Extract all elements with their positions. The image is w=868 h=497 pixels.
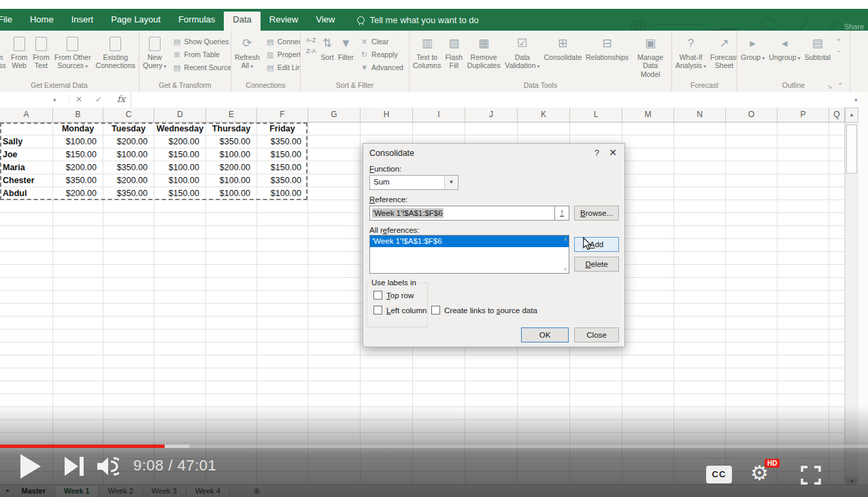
grid-cell[interactable] xyxy=(570,123,622,135)
grid-cell[interactable] xyxy=(674,355,726,368)
grid-cell[interactable] xyxy=(674,200,726,213)
grid-cell[interactable] xyxy=(308,278,361,291)
grid-cell[interactable]: Monday xyxy=(53,123,103,135)
grid-cell[interactable] xyxy=(154,407,206,420)
grid-cell[interactable] xyxy=(103,239,154,252)
grid-cell[interactable] xyxy=(622,368,674,381)
grid-cell[interactable] xyxy=(829,226,845,239)
grid-cell[interactable] xyxy=(518,355,570,368)
grid-cell[interactable] xyxy=(308,161,361,174)
grid-cell[interactable] xyxy=(778,148,829,161)
insert-function-icon[interactable]: fx xyxy=(117,94,125,104)
grid-cell[interactable] xyxy=(53,355,103,368)
grid-cell[interactable] xyxy=(103,342,154,355)
ribbon-button-new-query[interactable]: New Query▾ xyxy=(141,33,169,71)
grid-cell[interactable] xyxy=(206,239,257,252)
grid-cell[interactable] xyxy=(103,252,154,265)
grid-cell[interactable] xyxy=(622,342,674,355)
grid-cell[interactable] xyxy=(518,394,570,407)
grid-cell[interactable] xyxy=(206,304,257,317)
grid-cell[interactable] xyxy=(53,278,103,291)
grid-cell[interactable] xyxy=(726,123,778,135)
video-progress-bar[interactable] xyxy=(0,445,868,448)
grid-cell[interactable]: $100.00 xyxy=(53,135,103,148)
grid-cell[interactable]: Sally xyxy=(0,135,53,148)
column-header-a[interactable]: A xyxy=(0,108,53,123)
grid-cell[interactable] xyxy=(622,472,674,485)
sheet-tab-week-4[interactable]: Week 4 xyxy=(186,485,230,497)
grid-cell[interactable] xyxy=(257,420,308,433)
grid-cell[interactable] xyxy=(778,304,829,317)
grid-cell[interactable] xyxy=(726,368,778,381)
grid-cell[interactable] xyxy=(726,174,778,187)
grid-cell[interactable]: $350.00 xyxy=(103,161,154,174)
grid-cell[interactable] xyxy=(622,187,674,200)
grid-cell[interactable] xyxy=(413,407,465,420)
grid-cell[interactable] xyxy=(570,472,622,485)
grid-cell[interactable] xyxy=(0,420,53,433)
grid-cell[interactable] xyxy=(622,265,674,278)
grid-cell[interactable] xyxy=(726,342,778,355)
grid-cell[interactable] xyxy=(570,368,622,381)
ribbon-button-edit-links[interactable]: ▤Edit Links xyxy=(266,62,301,73)
grid-cell[interactable] xyxy=(257,226,308,239)
grid-cell[interactable] xyxy=(778,420,829,433)
grid-cell[interactable] xyxy=(154,342,206,355)
reference-input[interactable]: 'Week 1'!$A$1:$F$6 xyxy=(369,206,555,221)
grid-cell[interactable] xyxy=(0,317,53,330)
vertical-scrollbar[interactable] xyxy=(845,123,859,485)
grid-cell[interactable] xyxy=(829,317,845,330)
grid-cell[interactable] xyxy=(308,239,361,252)
ribbon-button-subtotal[interactable]: ▤Subtotal xyxy=(803,33,833,62)
grid-cell[interactable] xyxy=(103,304,154,317)
grid-cell[interactable] xyxy=(103,420,154,433)
listbox-scroll-up-icon[interactable]: ∧ xyxy=(563,236,567,242)
grid-cell[interactable] xyxy=(308,226,361,239)
expand-formula-bar-icon[interactable]: ▾ xyxy=(854,97,858,103)
column-header-f[interactable]: F xyxy=(257,108,308,123)
grid-cell[interactable] xyxy=(829,355,845,368)
column-header-q[interactable]: Q xyxy=(829,108,845,123)
grid-cell[interactable] xyxy=(308,200,361,213)
grid-cell[interactable] xyxy=(413,381,465,394)
grid-cell[interactable] xyxy=(154,226,206,239)
grid-cell[interactable] xyxy=(413,420,465,433)
grid-cell[interactable] xyxy=(674,265,726,278)
grid-cell[interactable] xyxy=(0,381,53,394)
grid-cell[interactable] xyxy=(778,265,829,278)
grid-cell[interactable]: $150.00 xyxy=(53,148,103,161)
grid-cell[interactable] xyxy=(622,355,674,368)
grid-cell[interactable] xyxy=(674,123,726,135)
tab-insert[interactable]: Insert xyxy=(63,9,103,31)
ribbon-button-advanced[interactable]: ▼Advanced xyxy=(360,62,403,73)
grid-cell[interactable] xyxy=(308,407,361,420)
grid-cell[interactable] xyxy=(674,381,726,394)
grid-cell[interactable] xyxy=(726,355,778,368)
confirm-entry-icon[interactable]: ✓ xyxy=(95,95,102,104)
grid-cell[interactable] xyxy=(622,291,674,304)
grid-cell[interactable] xyxy=(308,459,361,472)
sort-descending-icon[interactable]: Z-A xyxy=(306,47,316,56)
grid-cell[interactable] xyxy=(622,226,674,239)
grid-cell[interactable] xyxy=(154,355,206,368)
grid-cell[interactable] xyxy=(53,213,103,226)
grid-cell[interactable] xyxy=(206,265,257,278)
grid-cell[interactable] xyxy=(308,213,361,226)
play-button[interactable] xyxy=(19,453,42,479)
grid-cell[interactable] xyxy=(829,278,845,291)
grid-cell[interactable] xyxy=(308,123,361,135)
grid-cell[interactable] xyxy=(308,252,361,265)
grid-cell[interactable] xyxy=(622,407,674,420)
grid-cell[interactable] xyxy=(308,148,361,161)
grid-cell[interactable] xyxy=(674,187,726,200)
grid-cell[interactable]: Joe xyxy=(0,148,53,161)
grid-cell[interactable] xyxy=(103,407,154,420)
collapse-ribbon-icon[interactable]: ⌃ xyxy=(837,82,843,89)
grid-cell[interactable] xyxy=(308,174,361,187)
sheet-tab-week-1[interactable]: Week 1 xyxy=(55,485,99,497)
grid-cell[interactable]: $200.00 xyxy=(53,187,103,200)
grid-cell[interactable] xyxy=(154,252,206,265)
grid-cell[interactable] xyxy=(257,459,308,472)
cc-button[interactable]: CC xyxy=(706,466,732,483)
grid-cell[interactable] xyxy=(674,291,726,304)
